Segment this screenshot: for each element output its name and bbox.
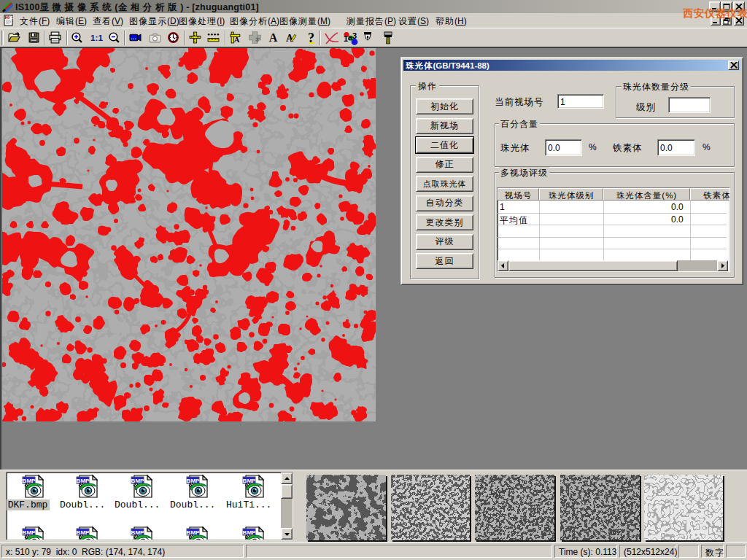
svg-text:BMP: BMP (187, 529, 200, 536)
svg-text:BMP: BMP (77, 529, 90, 536)
svg-text:A: A (234, 36, 240, 44)
svg-text:1:1: 1:1 (90, 33, 103, 42)
svg-text:BMP: BMP (77, 478, 90, 484)
svg-text:BMP: BMP (131, 478, 144, 484)
svg-text:BMP: BMP (131, 529, 144, 536)
svg-text:3: 3 (352, 31, 357, 40)
svg-text:BMP: BMP (23, 529, 36, 536)
svg-text:BMP: BMP (187, 478, 200, 484)
svg-text:BMP: BMP (243, 529, 256, 536)
svg-text:BMP: BMP (243, 478, 256, 484)
svg-text:?: ? (308, 31, 314, 44)
svg-text:DOC: DOC (6, 16, 14, 20)
svg-text:A: A (269, 31, 278, 44)
svg-text:BMP: BMP (23, 478, 36, 484)
